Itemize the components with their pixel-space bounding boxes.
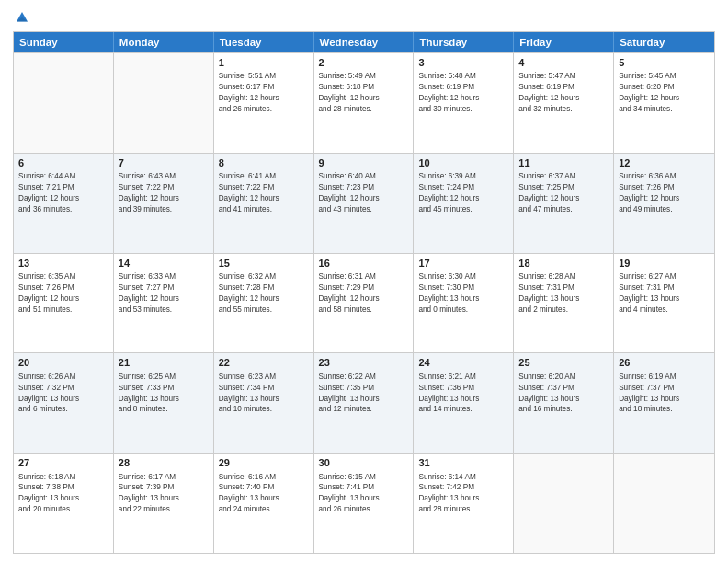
cal-cell-2-1: 6Sunrise: 6:44 AM Sunset: 7:21 PM Daylig…: [14, 154, 114, 253]
cal-cell-5-2: 28Sunrise: 6:17 AM Sunset: 7:39 PM Dayli…: [114, 454, 214, 553]
day-number: 7: [119, 156, 209, 170]
cal-week-2: 6Sunrise: 6:44 AM Sunset: 7:21 PM Daylig…: [14, 153, 714, 253]
cal-cell-2-5: 10Sunrise: 6:39 AM Sunset: 7:24 PM Dayli…: [414, 154, 514, 253]
cell-text: Sunrise: 5:47 AM Sunset: 6:19 PM Dayligh…: [518, 71, 609, 115]
day-number: 1: [219, 56, 309, 70]
cal-cell-3-4: 16Sunrise: 6:31 AM Sunset: 7:29 PM Dayli…: [314, 254, 415, 353]
cal-cell-3-3: 15Sunrise: 6:32 AM Sunset: 7:28 PM Dayli…: [214, 254, 314, 353]
cal-cell-3-1: 13Sunrise: 6:35 AM Sunset: 7:26 PM Dayli…: [14, 254, 114, 353]
cell-text: Sunrise: 6:17 AM Sunset: 7:39 PM Dayligh…: [119, 472, 209, 516]
cal-week-1: 1Sunrise: 5:51 AM Sunset: 6:17 PM Daylig…: [14, 52, 714, 153]
cell-text: Sunrise: 6:23 AM Sunset: 7:34 PM Dayligh…: [219, 372, 309, 416]
day-number: 14: [119, 257, 209, 270]
cell-text: Sunrise: 6:20 AM Sunset: 7:37 PM Dayligh…: [518, 372, 609, 416]
day-number: 8: [219, 156, 309, 170]
day-number: 22: [219, 356, 309, 370]
cal-cell-1-7: 5Sunrise: 5:45 AM Sunset: 6:20 PM Daylig…: [614, 53, 714, 153]
cell-text: Sunrise: 6:28 AM Sunset: 7:31 PM Dayligh…: [518, 271, 609, 316]
cell-text: Sunrise: 6:33 AM Sunset: 7:27 PM Dayligh…: [119, 271, 209, 316]
day-number: 26: [619, 356, 710, 370]
header: [13, 9, 715, 26]
cell-text: Sunrise: 6:36 AM Sunset: 7:26 PM Dayligh…: [619, 171, 710, 215]
cal-cell-1-5: 3Sunrise: 5:48 AM Sunset: 6:19 PM Daylig…: [414, 53, 514, 153]
cell-text: Sunrise: 6:16 AM Sunset: 7:40 PM Dayligh…: [219, 472, 309, 516]
day-number: 13: [18, 257, 108, 270]
day-number: 20: [18, 356, 108, 370]
cal-header-monday: Monday: [114, 32, 214, 52]
day-number: 27: [18, 456, 108, 470]
cal-cell-4-2: 21Sunrise: 6:25 AM Sunset: 7:33 PM Dayli…: [114, 353, 214, 453]
day-number: 23: [319, 356, 409, 370]
cell-text: Sunrise: 6:22 AM Sunset: 7:35 PM Dayligh…: [319, 372, 409, 416]
cal-cell-4-7: 26Sunrise: 6:19 AM Sunset: 7:37 PM Dayli…: [614, 353, 714, 453]
cal-cell-2-7: 12Sunrise: 6:36 AM Sunset: 7:26 PM Dayli…: [614, 154, 714, 253]
logo: [13, 9, 31, 26]
cal-cell-1-6: 4Sunrise: 5:47 AM Sunset: 6:19 PM Daylig…: [514, 53, 614, 153]
cell-text: Sunrise: 6:43 AM Sunset: 7:22 PM Dayligh…: [119, 171, 209, 215]
cell-text: Sunrise: 5:49 AM Sunset: 6:18 PM Dayligh…: [319, 71, 409, 115]
cell-text: Sunrise: 5:48 AM Sunset: 6:19 PM Dayligh…: [418, 71, 508, 115]
cal-header-saturday: Saturday: [614, 32, 714, 52]
cell-text: Sunrise: 5:51 AM Sunset: 6:17 PM Dayligh…: [219, 71, 309, 115]
cal-cell-3-2: 14Sunrise: 6:33 AM Sunset: 7:27 PM Dayli…: [114, 254, 214, 353]
cal-cell-5-4: 30Sunrise: 6:15 AM Sunset: 7:41 PM Dayli…: [314, 454, 415, 553]
calendar-body: 1Sunrise: 5:51 AM Sunset: 6:17 PM Daylig…: [14, 52, 714, 553]
cell-text: Sunrise: 5:45 AM Sunset: 6:20 PM Dayligh…: [619, 71, 710, 115]
cal-cell-5-6: [514, 454, 614, 553]
day-number: 29: [219, 456, 309, 470]
cell-text: Sunrise: 6:26 AM Sunset: 7:32 PM Dayligh…: [18, 372, 108, 416]
cal-cell-1-3: 1Sunrise: 5:51 AM Sunset: 6:17 PM Daylig…: [214, 53, 314, 153]
calendar: SundayMondayTuesdayWednesdayThursdayFrid…: [13, 31, 715, 554]
day-number: 10: [418, 156, 508, 170]
logo-icon: [14, 9, 30, 26]
day-number: 11: [518, 156, 609, 170]
day-number: 15: [219, 257, 309, 270]
day-number: 16: [319, 257, 409, 270]
page: SundayMondayTuesdayWednesdayThursdayFrid…: [0, 0, 728, 563]
day-number: 30: [319, 456, 409, 470]
day-number: 31: [418, 456, 508, 470]
day-number: 25: [518, 356, 609, 370]
day-number: 6: [18, 156, 108, 170]
cal-header-sunday: Sunday: [14, 32, 114, 52]
cell-text: Sunrise: 6:30 AM Sunset: 7:30 PM Dayligh…: [418, 271, 508, 316]
cal-cell-1-2: [114, 53, 214, 153]
cell-text: Sunrise: 6:19 AM Sunset: 7:37 PM Dayligh…: [619, 372, 710, 416]
cal-cell-2-4: 9Sunrise: 6:40 AM Sunset: 7:23 PM Daylig…: [314, 154, 415, 253]
cal-header-tuesday: Tuesday: [214, 32, 314, 52]
cell-text: Sunrise: 6:41 AM Sunset: 7:22 PM Dayligh…: [219, 171, 309, 215]
day-number: 24: [418, 356, 508, 370]
cal-cell-3-6: 18Sunrise: 6:28 AM Sunset: 7:31 PM Dayli…: [514, 254, 614, 353]
cell-text: Sunrise: 6:15 AM Sunset: 7:41 PM Dayligh…: [319, 472, 409, 516]
day-number: 4: [518, 56, 609, 70]
cell-text: Sunrise: 6:44 AM Sunset: 7:21 PM Dayligh…: [18, 171, 108, 215]
day-number: 19: [619, 257, 710, 270]
cal-cell-1-1: [14, 53, 114, 153]
cell-text: Sunrise: 6:14 AM Sunset: 7:42 PM Dayligh…: [418, 472, 508, 516]
cal-cell-4-4: 23Sunrise: 6:22 AM Sunset: 7:35 PM Dayli…: [314, 353, 415, 453]
cell-text: Sunrise: 6:27 AM Sunset: 7:31 PM Dayligh…: [619, 271, 710, 316]
cal-cell-5-5: 31Sunrise: 6:14 AM Sunset: 7:42 PM Dayli…: [414, 454, 514, 553]
cell-text: Sunrise: 6:39 AM Sunset: 7:24 PM Dayligh…: [418, 171, 508, 215]
day-number: 3: [418, 56, 508, 70]
cal-cell-5-7: [614, 454, 714, 553]
day-number: 5: [619, 56, 710, 70]
cal-week-5: 27Sunrise: 6:18 AM Sunset: 7:38 PM Dayli…: [14, 453, 714, 553]
cal-week-3: 13Sunrise: 6:35 AM Sunset: 7:26 PM Dayli…: [14, 253, 714, 353]
cal-cell-4-6: 25Sunrise: 6:20 AM Sunset: 7:37 PM Dayli…: [514, 353, 614, 453]
cal-cell-2-3: 8Sunrise: 6:41 AM Sunset: 7:22 PM Daylig…: [214, 154, 314, 253]
cell-text: Sunrise: 6:40 AM Sunset: 7:23 PM Dayligh…: [319, 171, 409, 215]
day-number: 18: [518, 257, 609, 270]
cell-text: Sunrise: 6:37 AM Sunset: 7:25 PM Dayligh…: [518, 171, 609, 215]
day-number: 28: [119, 456, 209, 470]
cell-text: Sunrise: 6:25 AM Sunset: 7:33 PM Dayligh…: [119, 372, 209, 416]
cell-text: Sunrise: 6:18 AM Sunset: 7:38 PM Dayligh…: [18, 472, 108, 516]
calendar-header-row: SundayMondayTuesdayWednesdayThursdayFrid…: [14, 32, 714, 52]
day-number: 12: [619, 156, 710, 170]
day-number: 17: [418, 257, 508, 270]
cell-text: Sunrise: 6:31 AM Sunset: 7:29 PM Dayligh…: [319, 271, 409, 316]
cal-cell-3-7: 19Sunrise: 6:27 AM Sunset: 7:31 PM Dayli…: [614, 254, 714, 353]
day-number: 9: [319, 156, 409, 170]
cal-header-wednesday: Wednesday: [314, 32, 415, 52]
cal-header-thursday: Thursday: [414, 32, 514, 52]
